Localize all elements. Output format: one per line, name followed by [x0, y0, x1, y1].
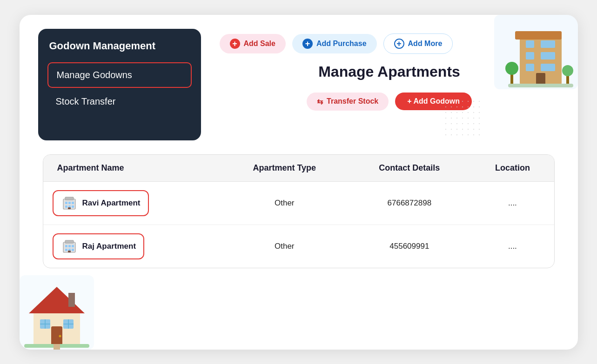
- svg-rect-49: [68, 251, 71, 252]
- cell-apt-name-1: Raj Apartment: [43, 225, 221, 268]
- table-row[interactable]: Raj Apartment Other 455609991 ....: [43, 225, 554, 268]
- svg-rect-34: [65, 202, 67, 204]
- svg-rect-35: [68, 202, 71, 204]
- sidebar: Godown Management Manage Godowns Stock T…: [38, 29, 201, 140]
- building-illustration-top-right: [494, 15, 578, 89]
- apt-name-box-1[interactable]: Raj Apartment: [53, 233, 145, 259]
- svg-rect-11: [547, 64, 555, 71]
- transfer-stock-button[interactable]: ⇆ Transfer Stock: [307, 93, 389, 111]
- svg-rect-8: [547, 52, 555, 60]
- svg-rect-36: [72, 202, 74, 204]
- svg-rect-45: [72, 245, 74, 247]
- add-more-button[interactable]: + Add More: [383, 33, 453, 54]
- svg-rect-44: [68, 245, 71, 247]
- sidebar-item-stock-transfer[interactable]: Stock Transfer: [47, 90, 192, 113]
- add-sale-icon: +: [230, 39, 240, 49]
- svg-rect-31: [54, 344, 60, 350]
- col-contact-details: Contact Details: [348, 155, 471, 182]
- table-row[interactable]: Ravi Apartment Other 6766872898 ....: [43, 181, 554, 225]
- svg-rect-48: [72, 249, 74, 251]
- main-container: Godown Management Manage Godowns Stock T…: [20, 15, 578, 350]
- svg-rect-37: [65, 205, 67, 208]
- svg-rect-46: [65, 249, 67, 251]
- svg-rect-33: [65, 197, 74, 200]
- svg-rect-6: [526, 52, 534, 60]
- col-apartment-name: Apartment Name: [43, 155, 221, 182]
- sidebar-item-manage-godowns[interactable]: Manage Godowns: [47, 62, 192, 88]
- building-icon-1: [61, 238, 78, 255]
- cell-contact-0: 6766872898: [348, 181, 471, 225]
- add-sale-button[interactable]: + Add Sale: [220, 34, 286, 53]
- cell-apt-type-1: Other: [221, 225, 348, 268]
- top-row: Godown Management Manage Godowns Stock T…: [38, 29, 559, 140]
- svg-rect-5: [547, 40, 555, 48]
- apt-name-box-0[interactable]: Ravi Apartment: [53, 190, 149, 216]
- svg-rect-40: [68, 207, 71, 209]
- svg-point-17: [562, 65, 573, 76]
- table-header-row: Apartment Name Apartment Type Contact De…: [43, 155, 554, 182]
- svg-rect-42: [65, 240, 74, 243]
- svg-point-15: [505, 62, 518, 75]
- apartments-table: Apartment Name Apartment Type Contact De…: [43, 155, 554, 268]
- sidebar-title: Godown Management: [47, 40, 192, 52]
- cell-location-1: ....: [471, 225, 554, 268]
- transfer-icon: ⇆: [317, 97, 323, 106]
- add-more-icon: +: [394, 39, 404, 49]
- col-apartment-type: Apartment Type: [221, 155, 348, 182]
- apartments-table-container: Apartment Name Apartment Type Contact De…: [43, 154, 555, 268]
- svg-rect-43: [65, 245, 67, 247]
- svg-rect-3: [526, 40, 534, 48]
- svg-rect-39: [72, 205, 74, 208]
- svg-rect-2: [515, 31, 562, 40]
- house-illustration-bottom-left: [20, 275, 94, 350]
- svg-rect-12: [536, 73, 545, 85]
- sub-actions: ⇆ Transfer Stock + Add Godown: [220, 93, 559, 111]
- cell-apt-type-0: Other: [221, 181, 348, 225]
- svg-point-29: [59, 335, 61, 337]
- decorative-dots: [443, 99, 480, 136]
- svg-rect-9: [526, 64, 534, 71]
- cell-apt-name-0: Ravi Apartment: [43, 181, 221, 225]
- add-purchase-button[interactable]: + Add Purchase: [292, 34, 377, 53]
- cell-location-0: ....: [471, 181, 554, 225]
- col-location: Location: [471, 155, 554, 182]
- cell-contact-1: 455609991: [348, 225, 471, 268]
- add-purchase-icon: +: [302, 39, 313, 49]
- svg-rect-21: [68, 293, 75, 307]
- svg-rect-13: [508, 84, 573, 87]
- building-icon-0: [61, 195, 78, 212]
